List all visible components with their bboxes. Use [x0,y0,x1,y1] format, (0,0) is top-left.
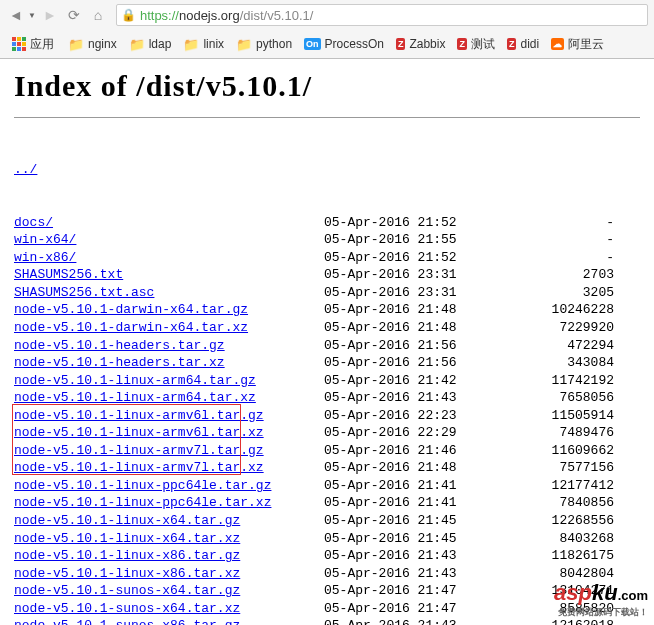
parent-directory-link[interactable]: ../ [14,162,37,177]
parent-link-row: ../ [14,161,640,179]
processon-icon: On [304,38,321,50]
file-link[interactable]: win-x64/ [14,232,76,247]
listing-row: node-v5.10.1-linux-armv7l.tar.xz05-Apr-2… [14,459,640,477]
file-link[interactable]: node-v5.10.1-darwin-x64.tar.gz [14,302,248,317]
lock-icon: 🔒 [121,8,136,22]
file-link[interactable]: node-v5.10.1-linux-x64.tar.gz [14,513,240,528]
file-link[interactable]: SHASUMS256.txt [14,267,123,282]
file-link[interactable]: win-x86/ [14,250,76,265]
listing-row: win-x86/05-Apr-2016 21:52- [14,249,640,267]
file-link[interactable]: node-v5.10.1-linux-armv6l.tar.xz [14,425,264,440]
folder-icon: 📁 [236,37,252,52]
listing-row: node-v5.10.1-sunos-x64.tar.gz05-Apr-2016… [14,582,640,600]
file-date: 05-Apr-2016 22:29 [324,424,524,442]
apps-button[interactable]: 应用 [6,34,60,55]
file-size: 7229920 [524,319,614,337]
listing-row: node-v5.10.1-sunos-x64.tar.xz05-Apr-2016… [14,600,640,618]
file-date: 05-Apr-2016 21:45 [324,530,524,548]
bookmark-label: Zabbix [409,37,445,51]
aliyun-icon: ☁ [551,38,564,50]
directory-listing: ../ docs/05-Apr-2016 21:52-win-x64/05-Ap… [14,126,640,625]
file-link[interactable]: node-v5.10.1-linux-arm64.tar.xz [14,390,256,405]
file-date: 05-Apr-2016 21:41 [324,494,524,512]
url-bar[interactable]: 🔒 https://nodejs.org/dist/v5.10.1/ [116,4,648,26]
file-link[interactable]: node-v5.10.1-linux-arm64.tar.gz [14,373,256,388]
reload-button[interactable]: ⟳ [64,5,84,25]
file-date: 05-Apr-2016 21:48 [324,319,524,337]
file-link[interactable]: node-v5.10.1-linux-armv7l.tar.xz [14,460,264,475]
file-size: 472294 [524,337,614,355]
listing-row: node-v5.10.1-linux-x86.tar.xz05-Apr-2016… [14,565,640,583]
file-date: 05-Apr-2016 21:43 [324,547,524,565]
bookmark-didi[interactable]: Zdidi [501,34,545,55]
file-date: 05-Apr-2016 21:56 [324,337,524,355]
file-size: 12268556 [524,512,614,530]
file-date: 05-Apr-2016 21:42 [324,372,524,390]
listing-row: SHASUMS256.txt.asc05-Apr-2016 23:313205 [14,284,640,302]
file-date: 05-Apr-2016 21:52 [324,214,524,232]
file-size: - [524,249,614,267]
bookmark-Zabbix[interactable]: ZZabbix [390,34,452,55]
bookmark-阿里云[interactable]: ☁阿里云 [545,34,610,55]
file-link[interactable]: node-v5.10.1-darwin-x64.tar.xz [14,320,248,335]
file-size: 11826175 [524,547,614,565]
listing-row: node-v5.10.1-linux-x64.tar.xz05-Apr-2016… [14,530,640,548]
listing-row: node-v5.10.1-sunos-x86.tar.gz05-Apr-2016… [14,617,640,625]
file-link[interactable]: node-v5.10.1-sunos-x64.tar.gz [14,583,240,598]
listing-row: node-v5.10.1-linux-arm64.tar.xz05-Apr-20… [14,389,640,407]
file-link[interactable]: SHASUMS256.txt.asc [14,285,154,300]
bookmark-nginx[interactable]: 📁nginx [62,34,123,55]
listing-row: node-v5.10.1-linux-armv7l.tar.gz05-Apr-2… [14,442,640,460]
apps-icon [12,37,26,51]
file-link[interactable]: node-v5.10.1-sunos-x64.tar.xz [14,601,240,616]
file-size: 7577156 [524,459,614,477]
file-link[interactable]: node-v5.10.1-headers.tar.gz [14,338,225,353]
back-dropdown[interactable]: ▼ [28,11,36,20]
apps-label: 应用 [30,36,54,53]
bookmark-linix[interactable]: 📁linix [177,34,230,55]
file-size: 3205 [524,284,614,302]
folder-icon: 📁 [183,37,199,52]
file-size: 8403268 [524,530,614,548]
file-size: 343084 [524,354,614,372]
file-size: - [524,214,614,232]
bookmark-python[interactable]: 📁python [230,34,298,55]
file-size: 7658056 [524,389,614,407]
bookmark-ProcessOn[interactable]: OnProcessOn [298,34,390,55]
file-date: 05-Apr-2016 21:56 [324,354,524,372]
site-icon: Z [457,38,467,50]
listing-row: node-v5.10.1-linux-ppc64le.tar.gz05-Apr-… [14,477,640,495]
home-button[interactable]: ⌂ [88,5,108,25]
bookmark-label: 阿里云 [568,36,604,53]
file-size: 2703 [524,266,614,284]
watermark: aspku.com 免费网站源码下载站！ [554,580,648,619]
file-link[interactable]: docs/ [14,215,53,230]
file-link[interactable]: node-v5.10.1-sunos-x86.tar.gz [14,618,240,625]
file-link[interactable]: node-v5.10.1-linux-ppc64le.tar.gz [14,478,271,493]
file-link[interactable]: node-v5.10.1-linux-x64.tar.xz [14,531,240,546]
file-date: 05-Apr-2016 21:41 [324,477,524,495]
bookmark-label: linix [203,37,224,51]
file-link[interactable]: node-v5.10.1-linux-armv7l.tar.gz [14,443,264,458]
file-link[interactable]: node-v5.10.1-linux-ppc64le.tar.xz [14,495,271,510]
file-size: 7489476 [524,424,614,442]
listing-row: node-v5.10.1-linux-armv6l.tar.xz05-Apr-2… [14,424,640,442]
bookmark-测试[interactable]: Z测试 [451,34,501,55]
file-link[interactable]: node-v5.10.1-linux-armv6l.tar.gz [14,408,264,423]
listing-row: node-v5.10.1-headers.tar.gz05-Apr-2016 2… [14,337,640,355]
file-size: - [524,231,614,249]
back-button[interactable]: ◄ [6,5,26,25]
listing-row: node-v5.10.1-linux-ppc64le.tar.xz05-Apr-… [14,494,640,512]
file-date: 05-Apr-2016 21:55 [324,231,524,249]
file-date: 05-Apr-2016 21:52 [324,249,524,267]
file-link[interactable]: node-v5.10.1-linux-x86.tar.gz [14,548,240,563]
file-link[interactable]: node-v5.10.1-headers.tar.xz [14,355,225,370]
listing-row: win-x64/05-Apr-2016 21:55- [14,231,640,249]
file-date: 05-Apr-2016 21:48 [324,459,524,477]
bookmark-ldap[interactable]: 📁ldap [123,34,178,55]
file-date: 05-Apr-2016 23:31 [324,284,524,302]
divider [14,117,640,118]
forward-button[interactable]: ► [40,5,60,25]
file-date: 05-Apr-2016 21:47 [324,582,524,600]
file-link[interactable]: node-v5.10.1-linux-x86.tar.xz [14,566,240,581]
